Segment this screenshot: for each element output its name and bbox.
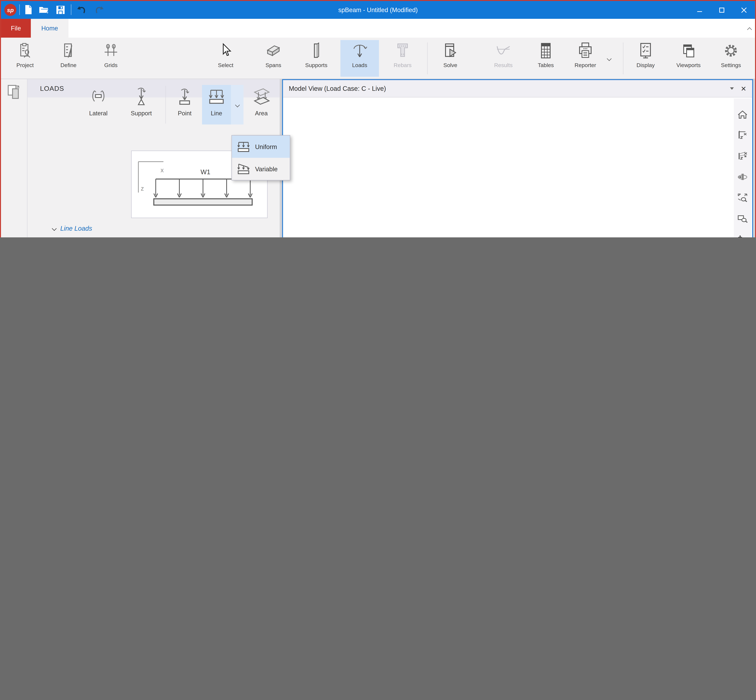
loads-icon	[340, 40, 379, 61]
ribbon-solve-button[interactable]: Solve	[431, 40, 470, 77]
left-dock-strip	[1, 79, 28, 238]
ribbon-collapse-button[interactable]	[748, 25, 751, 33]
reporter-dropdown-chevron[interactable]	[608, 56, 611, 61]
menu-item-variable[interactable]: Variable	[232, 158, 290, 180]
ribbon-loads-button[interactable]: Loads	[340, 40, 379, 77]
ribbon-settings-button[interactable]: Settings	[712, 40, 750, 77]
menu-item-label: Variable	[255, 165, 277, 172]
rotate-view-button[interactable]	[737, 171, 748, 183]
zoom-in-button[interactable]	[737, 234, 748, 238]
panel-menu-arrow[interactable]	[730, 88, 734, 90]
minimize-icon	[697, 7, 702, 13]
view-toolbar	[734, 98, 751, 238]
tab-file[interactable]: File	[1, 19, 31, 38]
close-icon	[741, 7, 747, 13]
chevron-down-icon	[235, 102, 240, 107]
structural-model-drawing: 60.00 25.00 15.00 20.00 S1 S2 S3	[283, 98, 752, 238]
preview-axis-x: x	[161, 167, 164, 173]
ribbon-display-button[interactable]: Display	[627, 40, 665, 77]
select-cursor-icon	[206, 40, 245, 61]
load-tool-line[interactable]: Line	[202, 85, 231, 125]
load-tool-lateral[interactable]: Lateral	[81, 85, 115, 125]
ribbon-spans-button[interactable]: Spans	[254, 40, 293, 77]
model-view-header: Model View (Load Case: C - Live) ✕	[283, 80, 752, 97]
ribbon-project-button[interactable]: Project	[6, 40, 44, 77]
display-icon	[627, 40, 665, 61]
ribbon-tab-row: File Home	[1, 19, 755, 38]
title-bar: sp spBeam - Untitled (Modified)	[1, 1, 755, 19]
view-iso-button[interactable]	[737, 150, 748, 162]
define-icon	[49, 40, 88, 61]
minimize-button[interactable]	[689, 1, 711, 19]
area-load-icon	[245, 85, 277, 108]
variable-load-icon	[236, 162, 251, 175]
spans-icon	[254, 40, 293, 61]
load-tool-area[interactable]: Area	[245, 85, 277, 125]
menu-item-label: Uniform	[255, 143, 277, 150]
ribbon-toolbar: Project Define Grids Select Spans Suppor…	[1, 38, 755, 79]
tool-divider	[165, 86, 166, 123]
ribbon-select-button[interactable]: Select	[206, 40, 245, 77]
window-title: spBeam - Untitled (Modified)	[1, 6, 755, 13]
support-load-icon	[122, 85, 161, 108]
view-xz-button[interactable]	[737, 130, 748, 141]
supports-icon	[297, 40, 335, 61]
reporter-icon	[566, 40, 605, 61]
close-button[interactable]	[733, 1, 755, 19]
ribbon-rebars-button[interactable]: Rebars	[383, 40, 422, 77]
ribbon-viewports-button[interactable]: Viewports	[669, 40, 708, 77]
panel-close-icon[interactable]: ✕	[741, 85, 747, 92]
model-view-panel: Model View (Load Case: C - Live) ✕	[282, 79, 753, 238]
chevron-up-icon	[747, 27, 752, 32]
axis-xz-icon	[737, 130, 748, 141]
menu-item-uniform[interactable]: Uniform	[232, 136, 290, 158]
axis-iso-icon	[737, 150, 748, 162]
preview-load-label: W1	[201, 168, 210, 175]
zoom-window-icon	[737, 213, 748, 225]
collapse-chevron-icon	[52, 226, 56, 231]
home-view-button[interactable]	[737, 109, 748, 121]
load-tool-point[interactable]: Point	[168, 85, 201, 125]
zoom-extents-icon	[737, 192, 748, 204]
tab-home[interactable]: Home	[31, 19, 69, 38]
maximize-button[interactable]	[711, 1, 733, 19]
lateral-load-icon	[81, 85, 115, 108]
grids-icon	[92, 40, 130, 61]
line-loads-section-header[interactable]: Line Loads	[53, 225, 92, 232]
point-load-icon	[168, 85, 201, 108]
maximize-icon	[719, 7, 725, 13]
settings-gear-icon	[712, 40, 750, 61]
rotate-icon	[737, 171, 748, 183]
project-icon	[6, 40, 44, 61]
model-view-title: Model View (Load Case: C - Live)	[289, 85, 386, 92]
app-window: sp spBeam - Untitled (Modified) File	[0, 0, 756, 238]
line-load-dropdown-menu: Uniform Variable	[231, 135, 290, 180]
ribbon-group-divider	[427, 42, 428, 75]
ribbon-define-button[interactable]: Define	[49, 40, 88, 77]
ribbon-reporter-button[interactable]: Reporter	[566, 40, 605, 77]
chevron-down-icon	[607, 56, 611, 61]
home-icon	[737, 109, 748, 121]
panels-icon	[7, 84, 21, 100]
ribbon-tables-button[interactable]: Tables	[527, 40, 565, 77]
rebars-icon	[383, 40, 422, 61]
dock-panels-button[interactable]	[7, 84, 21, 102]
viewports-icon	[669, 40, 708, 61]
load-tool-support[interactable]: Support	[122, 85, 161, 125]
ribbon-results-button[interactable]: Results	[484, 40, 522, 77]
loads-panel: LOADS Lateral Support Point Line	[28, 79, 280, 238]
results-icon	[484, 40, 522, 61]
zoom-extents-button[interactable]	[737, 192, 748, 204]
ribbon-supports-button[interactable]: Supports	[297, 40, 335, 77]
uniform-load-icon	[236, 141, 251, 153]
solve-icon	[431, 40, 470, 61]
line-load-icon	[202, 85, 231, 108]
ribbon-grids-button[interactable]: Grids	[92, 40, 130, 77]
ribbon-group-divider	[623, 42, 624, 75]
tables-icon	[527, 40, 565, 61]
preview-axis-z: z	[141, 185, 144, 192]
zoom-in-icon	[737, 234, 748, 238]
zoom-window-button[interactable]	[737, 213, 748, 225]
main-area: LOADS Lateral Support Point Line	[1, 79, 755, 238]
line-load-dropdown-chevron[interactable]	[231, 85, 243, 125]
